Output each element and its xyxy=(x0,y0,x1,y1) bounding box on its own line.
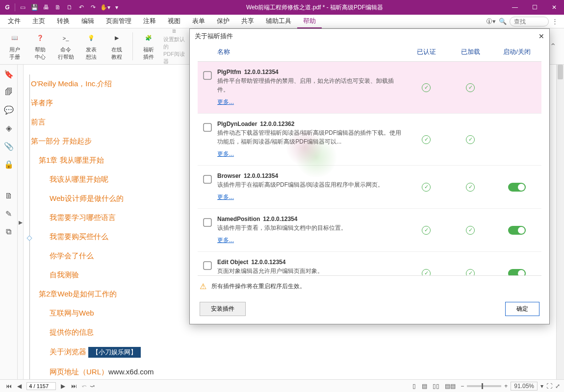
nav-back-icon[interactable]: ⤺ xyxy=(82,383,87,390)
last-page-icon[interactable]: ⏭ xyxy=(69,383,79,390)
save-icon[interactable]: 💾 xyxy=(29,4,40,11)
maximize-button[interactable]: ☐ xyxy=(525,4,544,11)
ribbon-命令[interactable]: >_命令行帮助 xyxy=(55,30,77,62)
signature-icon[interactable]: ✎ xyxy=(5,209,12,219)
warning-icon: ⚠ xyxy=(200,282,206,291)
toc-entry[interactable]: 网页地址（URL）www.x6d.com xyxy=(50,363,556,379)
menu-编辑[interactable]: 编辑 xyxy=(76,15,100,28)
security-icon[interactable]: 🔒 xyxy=(4,160,14,169)
ok-button[interactable]: 确定 xyxy=(505,302,539,316)
menu-文件[interactable]: 文件 xyxy=(2,15,26,28)
vertical-scrollbar[interactable] xyxy=(556,65,564,379)
continuous-icon[interactable]: ▤ xyxy=(420,383,429,390)
zoom-level[interactable]: 91.05% xyxy=(511,382,538,391)
auth-check-icon: ✓ xyxy=(422,269,431,276)
ribbon-icon: >_ xyxy=(60,32,72,44)
plugin-name: Browser xyxy=(217,172,241,179)
redo-icon[interactable]: ↷ xyxy=(88,4,99,11)
menu-主页[interactable]: 主页 xyxy=(26,15,51,28)
export-icon[interactable]: 🗋 xyxy=(64,4,75,11)
zoom-in-icon[interactable]: + xyxy=(504,383,508,390)
panel-expand-handle[interactable]: ▸ xyxy=(18,65,24,379)
menubar: 文件主页转换编辑页面管理注释视图表单保护共享辅助工具帮助 🛈▾ 🔍 ⋮ xyxy=(0,15,564,28)
menu-辅助工具[interactable]: 辅助工具 xyxy=(260,15,297,28)
loaded-check-icon: ✓ xyxy=(466,135,475,144)
menu-转换[interactable]: 转换 xyxy=(51,15,76,28)
watermark-tag: 【小刀娱乐网】 xyxy=(88,347,141,358)
menu-注释[interactable]: 注释 xyxy=(137,15,162,28)
plugin-row[interactable]: Edit Object12.0.0.12354页面对象编辑器允许用户编辑页面对象… xyxy=(198,252,541,276)
ribbon-福昕[interactable]: 🧩福昕插件 xyxy=(138,30,159,62)
menu-帮助[interactable]: 帮助 xyxy=(297,15,322,28)
ribbon-发表[interactable]: 💡发表想法 xyxy=(80,30,102,62)
menu-视图[interactable]: 视图 xyxy=(162,15,186,28)
plugin-more-link[interactable]: 更多... xyxy=(217,150,234,158)
toc-entry[interactable]: 关于浏览器【小刀娱乐网】 xyxy=(50,342,556,363)
nav-fwd-icon[interactable]: ⤻ xyxy=(90,383,95,390)
open-icon[interactable]: ▭ xyxy=(17,4,28,11)
ribbon-在线[interactable]: ▶在线教程 xyxy=(106,30,128,62)
plugin-name: PlgDynLoader xyxy=(217,121,257,127)
attachments-icon[interactable]: 📎 xyxy=(4,142,14,151)
zoom-slider[interactable] xyxy=(467,385,501,387)
plugin-row[interactable]: NamedPosition12.0.0.12354该插件用于查看，添加和编辑文档… xyxy=(198,209,541,252)
more-qa-icon[interactable]: ▾ xyxy=(111,4,122,11)
tell-me-icon[interactable]: 🛈▾ xyxy=(486,18,496,25)
plugin-toggle[interactable] xyxy=(508,269,526,276)
single-page-icon[interactable]: ▯ xyxy=(410,383,418,390)
plugin-row[interactable]: Browser12.0.0.12354该插件用于在福昕高级PDF编辑器/阅读器应… xyxy=(198,166,541,209)
close-button[interactable]: ✕ xyxy=(544,4,564,11)
ribbon-设置默认的: 🗎设置默认的PDF阅读器 xyxy=(163,30,185,62)
fullscreen-icon[interactable]: ⤢ xyxy=(555,383,560,390)
plugin-version: 12.0.0.12354 xyxy=(244,172,278,179)
zoom-dropdown-icon[interactable]: ▾ xyxy=(540,383,543,390)
minimize-button[interactable]: ― xyxy=(505,4,525,11)
page-icon[interactable]: 🗎 xyxy=(52,4,63,11)
menu-页面管理[interactable]: 页面管理 xyxy=(100,15,137,28)
next-page-icon[interactable]: ▶ xyxy=(59,383,67,390)
ribbon-帮助[interactable]: ❓帮助中心 xyxy=(29,30,51,62)
hand-icon[interactable]: ✋▾ xyxy=(100,4,110,11)
plugin-desc: 该插件用于查看，添加和编辑文档中的目标位置。 xyxy=(217,223,404,232)
undo-icon[interactable]: ↶ xyxy=(76,4,87,11)
menu-保护[interactable]: 保护 xyxy=(211,15,235,28)
plugin-more-link[interactable]: 更多... xyxy=(217,98,234,106)
plugin-toggle[interactable] xyxy=(508,183,526,192)
quick-access: ▭ 💾 🖶 🗎 🗋 ↶ ↷ ✋▾ ▾ xyxy=(15,4,124,11)
plugin-row[interactable]: PlgDynLoader12.0.0.12362插件动态下载器管理福昕阅读器/福… xyxy=(198,114,541,166)
plugin-desc: 页面对象编辑器允许用户编辑页面对象。 xyxy=(217,267,404,275)
search-icon[interactable]: 🔍 xyxy=(499,18,507,25)
menu-overflow-icon[interactable]: ⋮ xyxy=(552,18,558,25)
facing-cont-icon[interactable]: ▤▤ xyxy=(443,383,458,390)
menu-表单[interactable]: 表单 xyxy=(186,15,211,28)
field-icon[interactable]: 🗎 xyxy=(5,192,13,200)
plugin-row[interactable]: PlgPltfm12.0.0.12354插件平台帮助管理插件的禁用、启用，如允许… xyxy=(198,62,541,114)
menu-共享[interactable]: 共享 xyxy=(235,15,260,28)
dialog-close-icon[interactable]: ✕ xyxy=(538,32,544,40)
auth-check-icon: ✓ xyxy=(422,83,431,92)
search-input[interactable] xyxy=(510,17,549,26)
svg-rect-1 xyxy=(204,123,211,131)
col-loaded: 已加载 xyxy=(448,48,492,56)
comments-icon[interactable]: 💬 xyxy=(4,105,14,115)
plugin-toggle[interactable] xyxy=(508,226,526,235)
layers-icon[interactable]: ◈ xyxy=(6,123,12,133)
pages-icon[interactable]: 🗐 xyxy=(5,88,13,97)
loaded-check-icon: ✓ xyxy=(466,83,475,92)
install-plugin-button[interactable]: 安装插件 xyxy=(200,302,246,316)
plugin-more-link[interactable]: 更多... xyxy=(217,236,234,245)
first-page-icon[interactable]: ⏮ xyxy=(4,383,14,390)
fit-width-icon[interactable]: ⛶ xyxy=(546,383,552,390)
toc-entry[interactable]: 提供你的信息 xyxy=(50,323,556,342)
facing-icon[interactable]: ▯▯ xyxy=(431,383,441,390)
titlebar: G ▭ 💾 🖶 🗎 🗋 ↶ ↷ ✋▾ ▾ Web前端工程师修炼之道.pdf * … xyxy=(0,0,564,15)
page-number-input[interactable] xyxy=(26,382,56,390)
bookmark-icon[interactable]: 🔖 xyxy=(4,70,14,79)
zoom-out-icon[interactable]: − xyxy=(461,383,464,390)
prev-page-icon[interactable]: ◀ xyxy=(15,383,24,390)
ribbon-用户[interactable]: 📖用户手册 xyxy=(4,30,26,62)
print-icon[interactable]: 🖶 xyxy=(41,4,51,11)
compare-icon[interactable]: ⧉ xyxy=(6,227,11,236)
plugin-more-link[interactable]: 更多... xyxy=(217,193,234,201)
plugin-list[interactable]: PlgPltfm12.0.0.12354插件平台帮助管理插件的禁用、启用，如允许… xyxy=(198,61,541,276)
